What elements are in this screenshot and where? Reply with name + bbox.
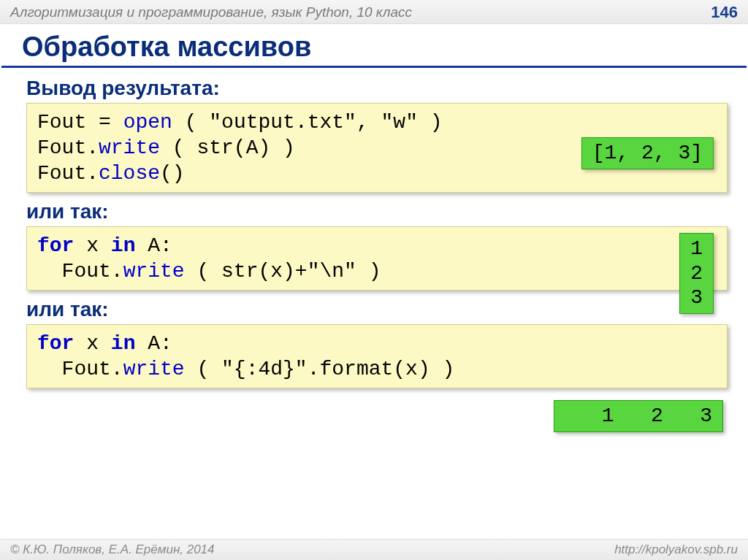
code-func-close: close [99, 162, 160, 185]
code-line: Fout.write ( "{:4d}".format(x) ) [37, 356, 717, 382]
page-title: Обработка массивов [1, 24, 747, 68]
section-heading-3: или так: [26, 298, 728, 321]
code-block-3: for x in A: Fout.write ( "{:4d}".format(… [26, 324, 728, 388]
code-text: A: [135, 332, 172, 355]
footer: © К.Ю. Поляков, Е.А. Ерёмин, 2014 http:/… [0, 539, 748, 560]
code-text: = [99, 111, 111, 134]
output-box-2: 1 2 3 [679, 233, 714, 314]
top-bar: Алгоритмизация и программирование, язык … [0, 0, 748, 24]
code-kw-in: in [111, 332, 136, 355]
code-func-open: open [123, 111, 172, 134]
code-text: ( str(x)+"\n" ) [185, 260, 381, 283]
code-text: x [74, 332, 110, 355]
subject-label: Алгоритмизация и программирование, язык … [10, 4, 412, 20]
code-func-write: write [123, 260, 185, 283]
code-kw-in: in [111, 234, 136, 257]
code-text: Fout. [37, 137, 99, 159]
slide-body: Вывод результата: Fout = open ( "output.… [0, 68, 748, 440]
output-box-3: 1 2 3 [554, 400, 723, 432]
footer-url: http://kpolyakov.spb.ru [614, 542, 738, 557]
section-heading-2: или так: [26, 200, 728, 223]
code-text: ( str(A) ) [160, 137, 295, 159]
code-text: Fout. [37, 162, 99, 185]
code-line: Fout = open ( "output.txt", "w" ) [37, 110, 717, 135]
code-text: Fout. [37, 260, 123, 283]
output-box-1: [1, 2, 3] [581, 137, 714, 169]
code-text: () [160, 162, 185, 185]
code-text: Fout [37, 111, 86, 134]
code-kw-for: for [37, 234, 74, 257]
code-text: ( "output.txt", "w" ) [172, 111, 443, 134]
page-number: 146 [711, 3, 738, 22]
code-line: for x in A: [37, 233, 717, 258]
section-heading-1: Вывод результата: [26, 77, 728, 100]
output-row-3: 1 2 3 [26, 396, 728, 440]
code-text: x [74, 234, 110, 257]
code-text: ( "{:4d}".format(x) ) [185, 358, 455, 380]
code-func-write: write [123, 358, 185, 380]
code-kw-for: for [37, 332, 74, 355]
code-text: A: [135, 234, 172, 257]
code-line: Fout.write ( str(x)+"\n" ) [37, 258, 717, 284]
slide: Алгоритмизация и программирование, язык … [0, 0, 748, 560]
code-func-write: write [99, 137, 160, 159]
code-line: for x in A: [37, 331, 717, 356]
footer-copyright: © К.Ю. Поляков, Е.А. Ерёмин, 2014 [10, 542, 215, 557]
code-block-1: Fout = open ( "output.txt", "w" ) Fout.w… [26, 103, 728, 193]
code-block-2: for x in A: Fout.write ( str(x)+"\n" ) 1… [26, 226, 728, 291]
code-text: Fout. [37, 358, 123, 380]
